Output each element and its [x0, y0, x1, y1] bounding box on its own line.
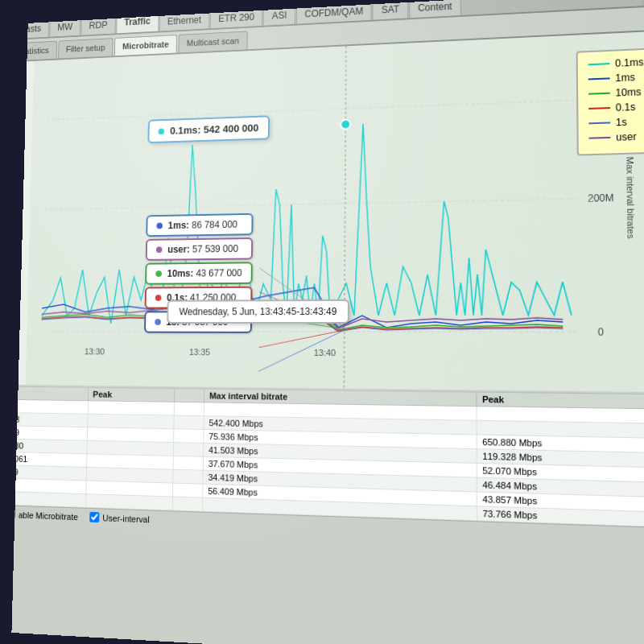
chart-svg: 400M 200M 0 Max interval bitrates 13:30 … [11, 30, 644, 393]
tooltip-user: user: 57 539 000 [146, 237, 254, 261]
table-header-empty [175, 389, 204, 402]
table-cell [174, 402, 204, 415]
checkbox-user-interval[interactable] [89, 512, 99, 522]
table-cell [174, 443, 204, 457]
tooltip-10ms: 10ms: 43 677 000 [145, 262, 253, 284]
legend-color-1ms [588, 77, 610, 80]
tooltip-main-value: 542 400 000 [204, 122, 259, 136]
legend-label-01s: 0.1s [616, 101, 636, 114]
tooltip-10ms-label: 10ms: [167, 268, 194, 279]
tab-etr290[interactable]: ETR 290 [210, 6, 263, 28]
table-cell [173, 483, 203, 497]
legend-color-01s [588, 107, 610, 109]
checkbox-microbitrate-text: able Microbitrate [19, 510, 78, 521]
checkbox-user-interval-label[interactable]: User-interval [89, 512, 149, 524]
tooltip-1ms: 1ms: 86 784 000 [146, 213, 254, 237]
checkbox-user-interval-text: User-interval [102, 513, 150, 524]
y-axis-title: Max interval bitrates [625, 156, 637, 238]
table-cell [173, 456, 203, 470]
legend-color-01ms [588, 63, 610, 65]
legend-box: 0.1ms 1ms 10ms 0.1s 1s user [576, 47, 644, 155]
legend-color-10ms [588, 93, 610, 95]
screen: casts MW RDP Traffic Ethernet ETR 290 AS… [11, 0, 644, 644]
legend-item-01s: 0.1s [588, 101, 644, 114]
checkbox-microbitrate[interactable] [11, 509, 15, 519]
tooltip-01s-dot [155, 295, 162, 301]
tab-microbitrate[interactable]: Microbitrate [114, 35, 177, 56]
table-cell [174, 415, 204, 429]
legend-label-10ms: 10ms [616, 86, 642, 99]
table-cell [174, 429, 204, 444]
tab-statistics[interactable]: tatistics [15, 41, 57, 61]
tab-traffic[interactable]: Traffic [116, 10, 159, 34]
tab-ethernet[interactable]: Ethernet [159, 9, 210, 31]
legend-item-user: user [589, 130, 644, 143]
tab-content[interactable]: Content [409, 0, 461, 18]
tooltip-main: 0.1ms: 542 400 000 [147, 115, 269, 143]
tooltip-1s-dot [155, 319, 161, 325]
legend-item-10ms: 10ms [588, 86, 644, 100]
table-cell: 13 [11, 413, 88, 427]
tooltip-1ms-label: 1ms: [168, 220, 189, 231]
table-cell [88, 414, 175, 429]
y-label-200m: 200M [588, 192, 614, 204]
legend-item-1s: 1s [589, 116, 644, 130]
tooltip-10ms-value: 43 677 000 [196, 267, 242, 279]
data-table: Peak Max interval bitrate Peak 8 13 [11, 386, 644, 529]
tooltip-user-value: 57 539 000 [192, 243, 238, 254]
date-tooltip-text: Wednesday, 5 Jun, 13:43:45-13:43:49 [179, 306, 336, 317]
x-label-1340: 13:40 [314, 348, 336, 358]
legend-label-user: user [616, 131, 637, 143]
table-cell [173, 497, 203, 511]
date-tooltip: Wednesday, 5 Jun, 13:43:45-13:43:49 [167, 299, 349, 324]
legend-label-1ms: 1ms [615, 72, 635, 84]
tooltip-user-dot [156, 246, 163, 253]
legend-item-01ms: 0.1ms [588, 56, 644, 70]
table-cell: 49 [11, 426, 87, 440]
tooltip-main-dot [159, 128, 165, 134]
legend-label-1s: 1s [616, 117, 627, 129]
tooltip-10ms-dot [155, 270, 162, 277]
table-cell [173, 469, 203, 484]
legend-label-01ms: 0.1ms [615, 56, 644, 69]
tooltip-user-label: user: [167, 244, 190, 255]
svg-point-5 [341, 119, 350, 129]
tab-mw[interactable]: MW [49, 16, 80, 37]
table-header-1 [11, 386, 88, 401]
y-label-0: 0 [598, 327, 604, 337]
table-header-peak1: Peak [88, 387, 175, 402]
legend-item-1ms: 1ms [588, 72, 644, 85]
tab-asi[interactable]: ASI [263, 4, 295, 26]
tab-casts[interactable]: casts [14, 18, 49, 39]
table-cell [88, 401, 175, 415]
legend-color-user [589, 137, 611, 139]
x-label-1330: 13:30 [85, 346, 105, 356]
table-section: Peak Max interval bitrate Peak 8 13 [11, 386, 644, 529]
svg-rect-0 [26, 31, 644, 392]
chart-area: 400M 200M 0 Max interval bitrates 13:30 … [11, 30, 644, 393]
x-label-1335: 13:35 [189, 347, 210, 357]
tab-cofdm[interactable]: COFDM/QAM [296, 0, 372, 24]
tab-rdp[interactable]: RDP [81, 14, 116, 35]
tab-multicast-scan[interactable]: Multicast scan [178, 31, 247, 53]
tooltip-1ms-value: 86 784 000 [192, 219, 237, 231]
tab-sat[interactable]: SAT [373, 0, 408, 20]
tooltip-main-label: 0.1ms: [170, 124, 201, 137]
tab-filter-setup[interactable]: Filter setup [58, 38, 114, 59]
tooltip-1ms-dot [156, 223, 163, 229]
table-cell: 8 [11, 399, 88, 414]
checkbox-microbitrate-label[interactable]: able Microbitrate [11, 509, 78, 522]
legend-color-1s [589, 122, 611, 124]
